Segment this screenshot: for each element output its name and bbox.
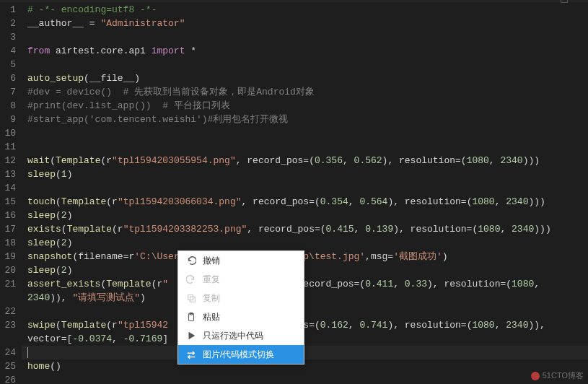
watermark: 51CTO博客: [531, 370, 584, 381]
line-number: 18: [3, 236, 16, 250]
code-line[interactable]: swipe(Template(r"tpl15942 s=(0.162, 0.74…: [22, 318, 588, 332]
code-line[interactable]: sleep(2): [22, 236, 588, 250]
line-number: 19: [3, 250, 16, 263]
menu-item-label: 撤销: [203, 255, 220, 267]
line-number: [3, 291, 16, 305]
code-line[interactable]: wait(Template(r"tpl1594203055954.png", r…: [22, 154, 588, 167]
code-line[interactable]: #dev = device() # 先获取到当前设备对象，即是Android对象: [22, 85, 588, 99]
code-line[interactable]: touch(Template(r"tpl1594203066034.png", …: [22, 195, 588, 209]
line-number: 24: [3, 346, 16, 359]
line-number: 5: [3, 58, 16, 71]
line-number: 4: [3, 44, 16, 58]
code-line[interactable]: snapshot(filename=r'C:\Users\Administrat…: [22, 250, 588, 263]
copy-icon: [185, 292, 197, 304]
code-area[interactable]: # -*- encoding=utf8 -*-__author__ = "Adm…: [22, 0, 588, 384]
line-number: 10: [3, 126, 16, 140]
svg-rect-1: [190, 297, 195, 302]
line-number: 9: [3, 113, 16, 126]
menu-item-toggle-mode[interactable]: 图片/代码模式切换: [178, 345, 304, 364]
context-menu[interactable]: 撤销重复复制粘贴只运行选中代码图片/代码模式切换: [177, 250, 304, 365]
line-number: 17: [3, 222, 16, 236]
line-number: 2: [3, 17, 16, 30]
line-number: 13: [3, 167, 16, 181]
code-line[interactable]: auto_setup(__file__): [22, 71, 588, 85]
code-line[interactable]: sleep(2): [22, 209, 588, 222]
code-line[interactable]: [22, 181, 588, 195]
line-number: 15: [3, 195, 16, 209]
line-number: 8: [3, 99, 16, 113]
line-number: 1: [3, 3, 16, 17]
code-line[interactable]: #print(dev.list_app()) # 平台接口列表: [22, 99, 588, 113]
paste-icon: [185, 311, 197, 323]
code-line[interactable]: home(): [22, 359, 588, 373]
play-icon: [185, 330, 197, 341]
menu-item-label: 图片/代码模式切换: [203, 349, 274, 361]
line-number: 12: [3, 154, 16, 167]
line-number-gutter: 1234567891011121314151617181920212223242…: [0, 0, 22, 384]
code-line[interactable]: [22, 305, 588, 318]
code-line[interactable]: exists(Template(r"tpl1594203382253.png",…: [22, 222, 588, 236]
code-line[interactable]: [22, 126, 588, 140]
line-number: 23: [3, 318, 16, 332]
swap-icon: [185, 349, 197, 360]
code-line[interactable]: sleep(2): [22, 263, 588, 277]
menu-item-label: 只运行选中代码: [203, 330, 263, 342]
menu-item-redo: 重复: [178, 270, 304, 289]
line-number: 21: [3, 277, 16, 291]
code-line[interactable]: [22, 346, 588, 359]
code-line[interactable]: [22, 30, 588, 44]
line-number: 7: [3, 85, 16, 99]
code-line[interactable]: #start_app('com.tencent.weishi')#利用包名打开微…: [22, 113, 588, 126]
line-number: 11: [3, 140, 16, 154]
code-line[interactable]: [22, 58, 588, 71]
menu-item-run-selection[interactable]: 只运行选中代码: [178, 326, 304, 345]
undo-icon: [185, 255, 197, 266]
redo-icon: [185, 274, 197, 285]
code-line[interactable]: sleep(1): [22, 167, 588, 181]
menu-item-label: 粘贴: [203, 311, 220, 323]
code-line[interactable]: [22, 373, 588, 384]
menu-item-label: 重复: [203, 274, 220, 286]
code-line[interactable]: 2340)), "请填写测试点"): [22, 291, 588, 305]
line-number: 3: [3, 30, 16, 44]
svg-marker-4: [189, 332, 196, 340]
line-number: 6: [3, 71, 16, 85]
watermark-text: 51CTO博客: [543, 371, 584, 380]
watermark-logo-icon: [531, 372, 540, 380]
svg-rect-0: [188, 295, 193, 300]
menu-item-undo[interactable]: 撤销: [178, 251, 304, 270]
line-number: 25: [3, 359, 16, 373]
line-number: [3, 332, 16, 346]
menu-item-label: 复制: [203, 292, 220, 305]
code-line[interactable]: __author__ = "Administrator": [22, 17, 588, 30]
line-number: 26: [3, 373, 16, 384]
code-line[interactable]: from airtest.core.api import *: [22, 44, 588, 58]
code-line[interactable]: vector=[-0.0374, -0.7169]: [22, 332, 588, 346]
menu-item-paste[interactable]: 粘贴: [178, 307, 304, 326]
code-line[interactable]: [22, 140, 588, 154]
line-number: 22: [3, 305, 16, 318]
code-line[interactable]: assert_exists(Template(r" record_pos=(0.…: [22, 277, 588, 291]
line-number: 16: [3, 209, 16, 222]
code-line[interactable]: # -*- encoding=utf8 -*-: [22, 3, 588, 17]
line-number: 20: [3, 263, 16, 277]
menu-item-copy: 复制: [178, 289, 304, 307]
line-number: 14: [3, 181, 16, 195]
